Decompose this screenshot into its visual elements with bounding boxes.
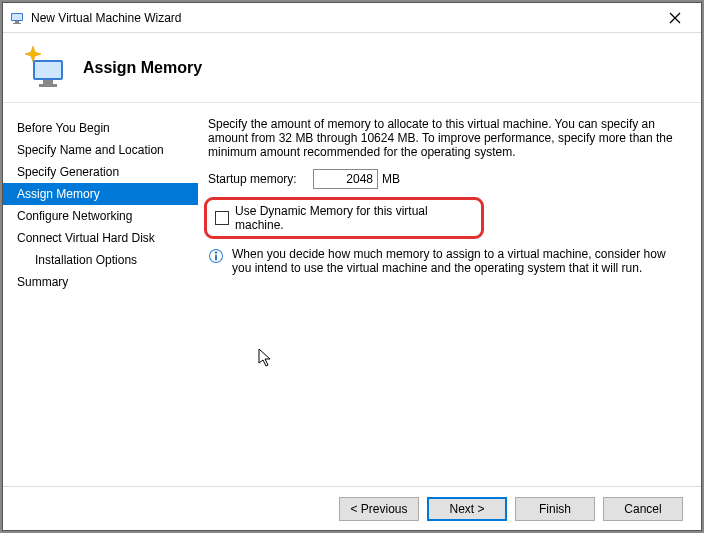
svg-marker-6 (25, 46, 41, 62)
titlebar: New Virtual Machine Wizard (3, 3, 701, 33)
wizard-content: Specify the amount of memory to allocate… (198, 103, 701, 486)
startup-memory-unit: MB (382, 172, 400, 186)
svg-rect-2 (15, 21, 19, 23)
app-icon (9, 10, 25, 26)
intro-text: Specify the amount of memory to allocate… (208, 117, 683, 159)
wizard-footer: < Previous Next > Finish Cancel (3, 486, 701, 531)
step-installation-options[interactable]: Installation Options (3, 249, 198, 271)
svg-rect-9 (43, 80, 53, 84)
step-connect-vhd[interactable]: Connect Virtual Hard Disk (3, 227, 198, 249)
wizard-header: Assign Memory (3, 33, 701, 103)
close-button[interactable] (655, 4, 695, 32)
info-text: When you decide how much memory to assig… (232, 247, 683, 275)
wizard-icon (21, 44, 69, 92)
dynamic-memory-checkbox[interactable] (215, 211, 229, 225)
step-before-you-begin[interactable]: Before You Begin (3, 117, 198, 139)
dynamic-memory-label: Use Dynamic Memory for this virtual mach… (235, 204, 473, 232)
wizard-body: Before You Begin Specify Name and Locati… (3, 103, 701, 486)
dynamic-memory-highlight: Use Dynamic Memory for this virtual mach… (204, 197, 484, 239)
wizard-steps-sidebar: Before You Begin Specify Name and Locati… (3, 103, 198, 486)
wizard-window: New Virtual Machine Wizard Assign Memory… (2, 2, 702, 531)
svg-point-13 (215, 251, 217, 253)
startup-memory-label: Startup memory: (208, 172, 313, 186)
step-specify-name-location[interactable]: Specify Name and Location (3, 139, 198, 161)
svg-rect-1 (12, 14, 22, 20)
cancel-button[interactable]: Cancel (603, 497, 683, 521)
finish-button[interactable]: Finish (515, 497, 595, 521)
svg-rect-14 (215, 255, 217, 261)
window-title: New Virtual Machine Wizard (31, 11, 655, 25)
svg-rect-10 (39, 84, 57, 87)
page-title: Assign Memory (83, 59, 202, 77)
step-summary[interactable]: Summary (3, 271, 198, 293)
next-button[interactable]: Next > (427, 497, 507, 521)
info-row: When you decide how much memory to assig… (208, 247, 683, 275)
startup-memory-row: Startup memory: MB (208, 169, 683, 189)
close-icon (669, 12, 681, 24)
previous-button[interactable]: < Previous (339, 497, 419, 521)
step-specify-generation[interactable]: Specify Generation (3, 161, 198, 183)
step-assign-memory[interactable]: Assign Memory (3, 183, 198, 205)
info-icon (208, 248, 224, 264)
startup-memory-input[interactable] (313, 169, 378, 189)
svg-rect-3 (13, 23, 21, 24)
step-configure-networking[interactable]: Configure Networking (3, 205, 198, 227)
svg-rect-8 (35, 62, 61, 78)
